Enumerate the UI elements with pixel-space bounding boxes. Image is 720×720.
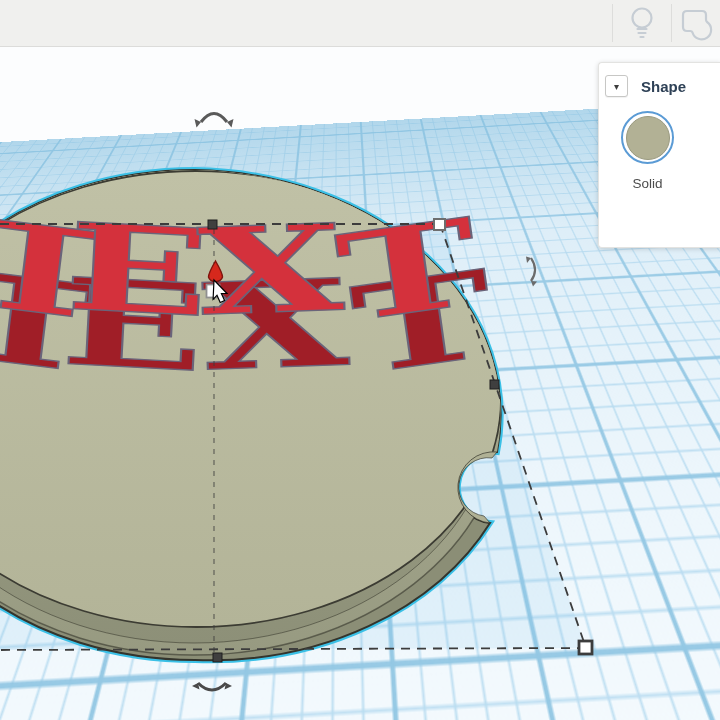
tinkercad-editor: T E X T T E X T [0,0,720,720]
rotate-handle-bottom[interactable] [192,683,232,690]
panel-collapse-button[interactable]: ▾ [605,75,628,97]
color-swatch-ring[interactable] [621,111,674,164]
handle-corner-se[interactable] [579,641,592,654]
shape-inspector-panel: ▾ Shape Solid [598,62,720,248]
top-toolbar [0,0,720,47]
letter-top[interactable]: E [63,196,213,343]
handle-top-mid[interactable] [208,220,217,229]
toolbar-separator [671,4,672,42]
rotate-handle-top[interactable] [195,114,234,128]
handle-bottom-mid[interactable] [213,653,222,662]
letter-top[interactable]: T [329,191,486,349]
hint-lightbulb-button[interactable] [616,0,668,46]
handle-corner-ne[interactable] [434,219,445,230]
rotate-handle-right[interactable] [526,257,537,287]
chevron-down-icon: ▾ [614,81,619,92]
shape-tool-button[interactable] [674,0,720,46]
shape-blob-icon [676,3,718,43]
lightbulb-icon [624,3,660,43]
panel-title: Shape [641,78,686,95]
handle-right-mid[interactable] [490,380,499,389]
toolbar-separator [612,4,613,42]
text-object[interactable]: T E X T [0,191,487,349]
solid-color-swatch[interactable] [626,116,670,160]
swatch-label: Solid [632,176,662,191]
